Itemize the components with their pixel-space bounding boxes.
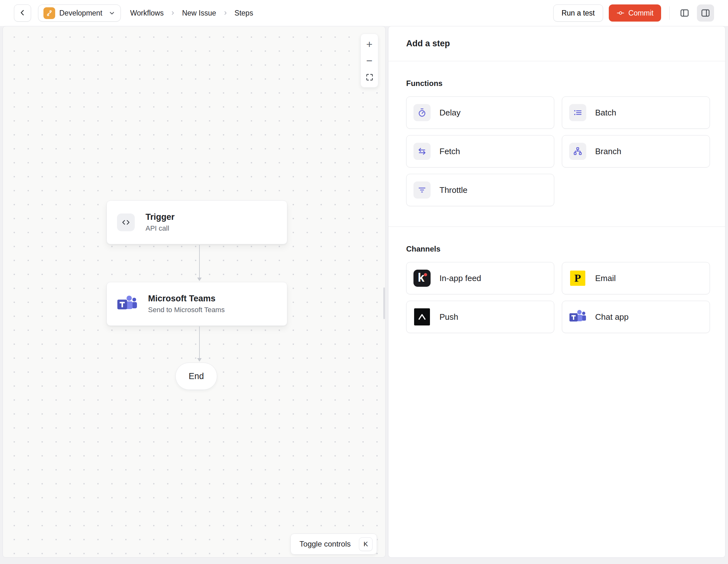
functions-section-label: Functions bbox=[406, 79, 710, 88]
fullscreen-icon bbox=[365, 73, 374, 81]
chevron-right-icon bbox=[223, 10, 228, 16]
step-card-label: Branch bbox=[595, 146, 621, 156]
environment-switcher[interactable]: Development bbox=[38, 4, 121, 22]
back-button[interactable] bbox=[14, 4, 31, 22]
delay-step-card[interactable]: Delay bbox=[406, 96, 554, 129]
functions-section: Functions Delay Batch bbox=[388, 61, 725, 206]
throttle-step-card[interactable]: Throttle bbox=[406, 174, 554, 206]
stopwatch-icon bbox=[413, 104, 431, 121]
knock-environment-icon bbox=[43, 7, 55, 19]
commit-label: Commit bbox=[628, 9, 653, 17]
postmark-letter: P bbox=[575, 272, 581, 284]
workflow-canvas[interactable]: + − Trigger bbox=[3, 26, 386, 558]
code-icon bbox=[117, 213, 135, 231]
toggle-controls-label: Toggle controls bbox=[300, 540, 351, 548]
trigger-node-title: Trigger bbox=[146, 212, 175, 222]
microsoft-teams-node[interactable]: Microsoft Teams Send to Microsoft Teams bbox=[107, 282, 287, 326]
panel-title: Add a step bbox=[406, 39, 450, 49]
expo-logo-icon bbox=[413, 308, 431, 326]
chevron-right-icon bbox=[170, 10, 176, 16]
chevron-left-icon bbox=[18, 9, 27, 18]
list-icon bbox=[569, 104, 586, 121]
commit-button[interactable]: Commit bbox=[609, 4, 661, 22]
run-a-test-label: Run a test bbox=[562, 9, 595, 17]
microsoft-teams-icon bbox=[117, 295, 137, 313]
main-content: + − Trigger bbox=[3, 26, 725, 558]
push-channel-card[interactable]: Push bbox=[406, 301, 554, 333]
topbar-divider bbox=[669, 6, 670, 20]
teams-node-title: Microsoft Teams bbox=[148, 294, 225, 304]
step-card-label: Email bbox=[595, 273, 616, 283]
zoom-controls: + − bbox=[361, 34, 378, 87]
toggle-right-panel-button[interactable] bbox=[697, 4, 714, 22]
toggle-controls-button[interactable]: Toggle controls K bbox=[290, 534, 377, 554]
channels-grid: k In-app feed P Email bbox=[406, 262, 710, 333]
chevron-down-icon bbox=[108, 10, 115, 16]
step-card-label: In-app feed bbox=[439, 273, 481, 283]
tree-icon bbox=[569, 143, 586, 160]
batch-step-card[interactable]: Batch bbox=[562, 96, 710, 129]
funnel-icon bbox=[413, 181, 431, 198]
email-channel-card[interactable]: P Email bbox=[562, 262, 710, 295]
edge-trigger-to-teams bbox=[193, 245, 206, 282]
breadcrumb-steps: Steps bbox=[235, 9, 253, 17]
postmark-logo-icon: P bbox=[569, 269, 586, 287]
teams-node-subtitle: Send to Microsoft Teams bbox=[148, 306, 225, 314]
add-step-panel: Add a step Functions Delay bbox=[388, 26, 725, 558]
topbar-left: Development Workflows New Issue Steps bbox=[14, 4, 253, 22]
channels-section: Channels k In-app feed bbox=[388, 227, 725, 333]
trigger-node[interactable]: Trigger API call bbox=[107, 200, 287, 244]
environment-label: Development bbox=[59, 9, 102, 17]
step-card-label: Batch bbox=[595, 108, 616, 118]
step-card-label: Throttle bbox=[439, 185, 467, 195]
swap-arrows-icon bbox=[413, 143, 431, 160]
breadcrumb: Workflows New Issue Steps bbox=[130, 9, 253, 17]
zoom-out-button[interactable]: − bbox=[361, 52, 378, 69]
zoom-in-button[interactable]: + bbox=[361, 36, 378, 52]
knock-letter: k bbox=[418, 271, 424, 285]
branch-step-card[interactable]: Branch bbox=[562, 135, 710, 167]
plus-icon: + bbox=[366, 38, 373, 50]
knock-dot bbox=[424, 273, 427, 276]
channels-section-label: Channels bbox=[406, 244, 710, 253]
end-node-label: End bbox=[189, 372, 204, 381]
step-card-label: Delay bbox=[439, 108, 460, 118]
functions-grid: Delay Batch Fetch bbox=[406, 96, 710, 206]
end-node[interactable]: End bbox=[175, 363, 217, 390]
panel-right-icon bbox=[700, 8, 711, 18]
fit-view-button[interactable] bbox=[361, 69, 378, 85]
canvas-scrollbar[interactable] bbox=[383, 288, 385, 319]
step-card-label: Chat app bbox=[595, 312, 629, 322]
chat-app-channel-card[interactable]: Chat app bbox=[562, 301, 710, 333]
knock-logo-icon: k bbox=[413, 269, 431, 287]
breadcrumb-workflows[interactable]: Workflows bbox=[130, 9, 164, 17]
workflow-editor-app: Development Workflows New Issue Steps Ru… bbox=[0, 0, 728, 564]
microsoft-teams-icon bbox=[569, 308, 586, 326]
fetch-step-card[interactable]: Fetch bbox=[406, 135, 554, 167]
topbar-right: Run a test Commit bbox=[553, 4, 714, 22]
step-card-label: Push bbox=[439, 312, 458, 322]
edge-teams-to-end bbox=[193, 327, 206, 363]
run-a-test-button[interactable]: Run a test bbox=[553, 4, 603, 22]
panel-header: Add a step bbox=[388, 26, 725, 61]
breadcrumb-new-issue[interactable]: New Issue bbox=[182, 9, 216, 17]
in-app-feed-channel-card[interactable]: k In-app feed bbox=[406, 262, 554, 295]
toggle-left-panel-button[interactable] bbox=[676, 4, 693, 22]
topbar: Development Workflows New Issue Steps Ru… bbox=[0, 0, 728, 26]
step-card-label: Fetch bbox=[439, 146, 460, 156]
minus-icon: − bbox=[366, 55, 373, 67]
trigger-node-subtitle: API call bbox=[146, 224, 175, 232]
panel-left-icon bbox=[679, 8, 690, 18]
git-commit-icon bbox=[616, 9, 625, 17]
keyboard-shortcut-badge: K bbox=[359, 537, 373, 551]
